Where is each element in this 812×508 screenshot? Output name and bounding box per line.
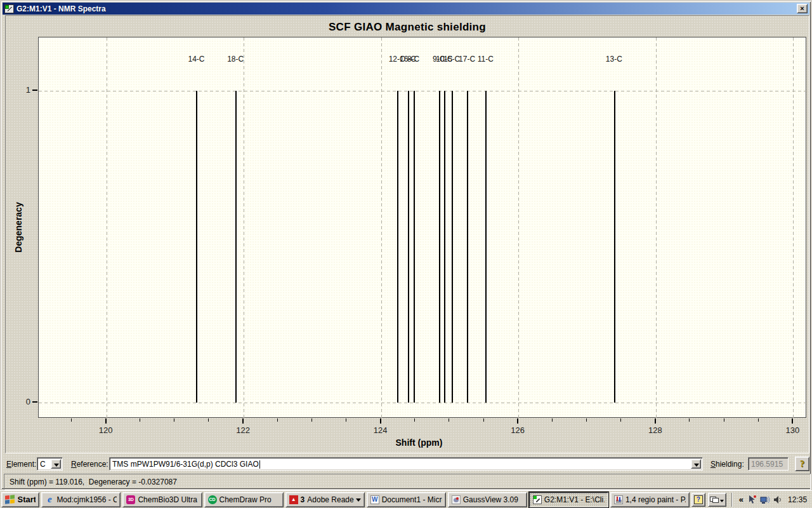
title-bar[interactable]: G2:M1:V1 - NMR Spectra × bbox=[3, 3, 809, 15]
chevron-down-icon bbox=[720, 500, 724, 504]
x-major-tick bbox=[655, 418, 656, 424]
y-tick bbox=[32, 401, 37, 403]
plot-area[interactable] bbox=[38, 37, 806, 418]
spectrum-line[interactable] bbox=[444, 91, 445, 403]
spectrum-line[interactable] bbox=[235, 91, 237, 403]
status-bar: Shift (ppm) = 119.016, Degeneracy = -0.0… bbox=[4, 474, 811, 490]
taskbar-item-help[interactable]: ? bbox=[691, 493, 705, 507]
spectrum-line[interactable] bbox=[452, 91, 453, 403]
x-minor-tick bbox=[552, 418, 553, 422]
status-text: Shift (ppm) = 119.016, Degeneracy = -0.0… bbox=[10, 478, 177, 486]
windows-logo-icon bbox=[5, 495, 15, 505]
help-window-icon: ? bbox=[694, 495, 703, 504]
x-minor-tick bbox=[449, 418, 449, 422]
x-major-tick bbox=[380, 418, 381, 424]
gridline-y-1 bbox=[39, 91, 807, 91]
taskbar-item-browser[interactable]: e Mod:cjmk1956 - C... bbox=[41, 492, 121, 507]
spectrum-line[interactable] bbox=[408, 91, 409, 403]
x-minor-tick bbox=[483, 418, 484, 422]
window-stack-button[interactable] bbox=[708, 493, 726, 507]
taskbar-divider bbox=[731, 493, 733, 507]
chemdraw-icon: CD bbox=[208, 495, 217, 504]
help-button[interactable]: ? bbox=[795, 457, 809, 471]
y-tick-label: 0 bbox=[19, 397, 30, 406]
spectrum-line[interactable] bbox=[414, 91, 415, 403]
x-tick-label: 120 bbox=[92, 425, 120, 435]
taskbar-item-chemdraw[interactable]: CD ChemDraw Pro bbox=[204, 492, 284, 507]
close-button[interactable]: × bbox=[797, 4, 808, 13]
tray-chevron-icon[interactable]: « bbox=[739, 495, 743, 504]
taskbar-item-g2m1v1-active[interactable]: G2:M1:V1 - E:\Cli... bbox=[529, 492, 608, 507]
x-minor-tick bbox=[277, 418, 278, 422]
pointer-tool-icon[interactable] bbox=[747, 495, 757, 505]
start-button[interactable]: Start bbox=[1, 492, 39, 507]
system-tray: « 12:35 bbox=[735, 492, 811, 507]
shielding-label: Shielding: bbox=[710, 460, 744, 469]
chart-panel: SCF GIAO Magnetic shielding 120122124126… bbox=[5, 15, 809, 453]
stacked-windows-icon bbox=[710, 497, 719, 503]
x-minor-tick bbox=[414, 418, 415, 422]
x-minor-tick bbox=[758, 418, 759, 422]
x-minor-tick bbox=[140, 418, 140, 422]
taskbar-item-gaussview[interactable]: GaussView 3.09 bbox=[448, 492, 527, 507]
y-axis-label: Degeneracy bbox=[13, 202, 23, 252]
paint-icon bbox=[614, 495, 623, 504]
element-label: Element: bbox=[6, 460, 36, 469]
taskbar-item-paint[interactable]: 1,4 regio paint - P... bbox=[610, 492, 690, 507]
gridline-x-128 bbox=[656, 37, 657, 418]
x-minor-tick bbox=[174, 418, 174, 422]
y-tick bbox=[32, 90, 37, 91]
x-axis-label: Shift (ppm) bbox=[396, 438, 443, 448]
taskbar-item-adobe-reader-group[interactable]: ▲ 3 Adobe Reader ... bbox=[285, 492, 365, 507]
nmr-spectra-window: G2:M1:V1 - NMR Spectra × SCF GIAO Magnet… bbox=[0, 0, 812, 490]
x-tick-label: 128 bbox=[641, 425, 669, 435]
group-count: 3 bbox=[301, 495, 305, 504]
adobe-reader-icon: ▲ bbox=[289, 495, 298, 504]
x-major-tick bbox=[792, 418, 793, 424]
taskbar-item-word[interactable]: W Document1 - Micro... bbox=[367, 492, 446, 507]
spectrum-line[interactable] bbox=[439, 91, 440, 403]
x-minor-tick bbox=[724, 418, 724, 422]
x-minor-tick bbox=[346, 418, 346, 422]
x-tick-label: 130 bbox=[778, 425, 806, 435]
spectrum-line[interactable] bbox=[467, 91, 468, 403]
text-cursor bbox=[259, 460, 260, 469]
element-select[interactable]: C bbox=[37, 457, 63, 471]
x-major-tick bbox=[105, 418, 107, 424]
element-value: C bbox=[40, 460, 46, 469]
tray-clock[interactable]: 12:35 bbox=[788, 495, 807, 504]
gridline-x-122 bbox=[244, 37, 244, 418]
gaussview-doc-icon bbox=[533, 495, 542, 504]
chevron-down-icon bbox=[356, 498, 361, 504]
gridline-y-0 bbox=[39, 403, 807, 403]
chevron-down-icon[interactable] bbox=[691, 459, 701, 469]
spectrum-line[interactable] bbox=[485, 91, 487, 403]
chembio3d-icon: 3D bbox=[126, 495, 135, 504]
y-tick-label: 1 bbox=[19, 85, 30, 95]
x-minor-tick bbox=[620, 418, 621, 422]
x-minor-tick bbox=[586, 418, 587, 422]
x-tick-label: 124 bbox=[367, 425, 395, 435]
volume-icon[interactable] bbox=[773, 495, 783, 505]
chart-title: SCF GIAO Magnetic shielding bbox=[6, 21, 809, 34]
reference-label: Reference: bbox=[71, 460, 108, 469]
x-minor-tick bbox=[208, 418, 209, 422]
reference-combobox[interactable]: TMS mPW1PW91/6-31G(d,p) CDCl3 GIAO bbox=[109, 457, 703, 471]
chevron-down-icon[interactable] bbox=[51, 459, 61, 469]
network-monitor-icon[interactable] bbox=[760, 495, 770, 505]
x-tick-label: 126 bbox=[504, 425, 532, 435]
reference-value: TMS mPW1PW91/6-31G(d,p) CDCl3 GIAO bbox=[112, 460, 260, 469]
window-title: G2:M1:V1 - NMR Spectra bbox=[16, 4, 106, 13]
internet-explorer-icon: e bbox=[45, 495, 54, 504]
x-minor-tick bbox=[71, 418, 72, 422]
spectrum-line[interactable] bbox=[397, 91, 398, 403]
x-major-tick bbox=[517, 418, 518, 424]
x-minor-tick bbox=[311, 418, 312, 422]
gaussview-icon bbox=[452, 495, 461, 504]
spectrum-line[interactable] bbox=[196, 91, 197, 403]
spectrum-line[interactable] bbox=[614, 91, 615, 403]
gaussview-window-icon bbox=[4, 4, 14, 13]
shielding-field: 196.5915 bbox=[748, 457, 789, 471]
taskbar-item-chembio3d[interactable]: 3D ChemBio3D Ultra -... bbox=[122, 492, 202, 507]
gridline-x-126 bbox=[518, 37, 519, 418]
